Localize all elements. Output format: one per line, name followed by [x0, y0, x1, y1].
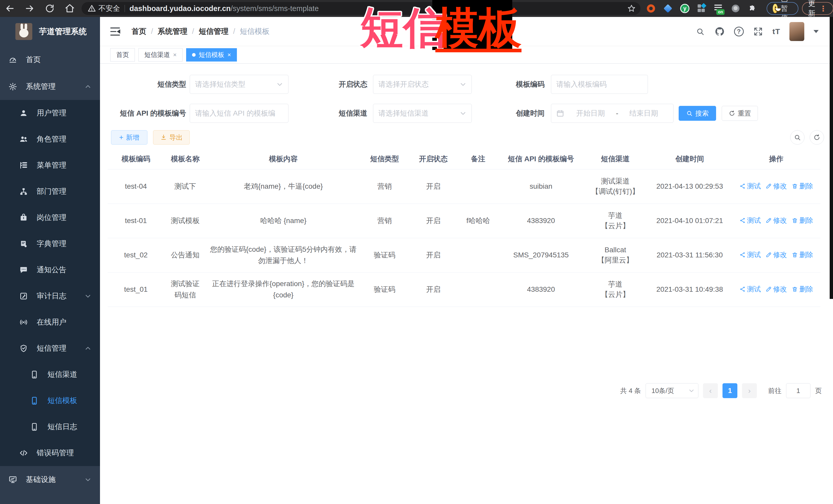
- extension-orange-ring-icon[interactable]: [646, 4, 656, 13]
- sidebar-item-errcode-mgmt[interactable]: 错误码管理: [0, 440, 100, 466]
- avatar-caret-icon[interactable]: [813, 30, 819, 33]
- cell-content: 老鸡{name}，牛逼{code}: [207, 169, 360, 203]
- browser-reload-button[interactable]: [45, 3, 55, 14]
- breadcrumb-separator: /: [192, 27, 194, 35]
- status-input[interactable]: [378, 80, 460, 89]
- shield-check-icon: [19, 344, 28, 353]
- api-template-id-input[interactable]: [195, 109, 283, 117]
- template-code-input[interactable]: [556, 80, 643, 89]
- current-page-button[interactable]: 1: [722, 383, 737, 398]
- sidebar-item-menu-mgmt[interactable]: 菜单管理: [0, 152, 100, 178]
- url-host: dashboard.yudao.iocoder.cn: [129, 4, 231, 13]
- api-template-id-field[interactable]: [190, 104, 288, 123]
- sidebar-item-system[interactable]: 系统管理: [0, 73, 100, 100]
- browser-back-button[interactable]: [5, 3, 15, 14]
- prev-page-button[interactable]: ‹: [703, 383, 718, 398]
- tab-sms-template[interactable]: 短信模板 ×: [186, 48, 237, 62]
- test-link[interactable]: 测试: [739, 181, 761, 192]
- extension-list-on-icon[interactable]: on: [714, 4, 723, 13]
- delete-link[interactable]: 删除: [792, 284, 813, 295]
- font-size-icon[interactable]: tT: [772, 27, 780, 36]
- extension-blue-gem-icon[interactable]: [663, 4, 673, 13]
- test-link[interactable]: 测试: [739, 249, 761, 261]
- browser-menu-icon[interactable]: ⋮: [819, 4, 827, 13]
- github-icon[interactable]: [715, 26, 725, 37]
- breadcrumb-sms[interactable]: 短信管理: [199, 26, 229, 37]
- close-icon[interactable]: ×: [228, 51, 231, 58]
- sms-type-select[interactable]: [190, 75, 288, 94]
- sidebar-item-post-mgmt[interactable]: 岗位管理: [0, 205, 100, 231]
- browser-forward-button[interactable]: [25, 3, 35, 14]
- sidebar-item-audit-log[interactable]: 审计日志: [0, 283, 100, 309]
- extension-green-y-icon[interactable]: y: [680, 4, 690, 13]
- channel-label: 短信渠道: [292, 104, 367, 123]
- scrollbar[interactable]: [830, 17, 833, 299]
- sidebar-item-user-mgmt[interactable]: 用户管理: [0, 100, 100, 126]
- delete-link[interactable]: 删除: [792, 215, 813, 226]
- breadcrumb-home[interactable]: 首页: [132, 26, 146, 37]
- fullscreen-icon[interactable]: [753, 26, 763, 37]
- page-size-select[interactable]: 10条/页: [646, 383, 698, 398]
- next-page-button[interactable]: ›: [742, 383, 757, 398]
- help-icon[interactable]: ?: [734, 27, 744, 37]
- avatar[interactable]: [789, 22, 804, 41]
- cell-code: test_01: [108, 272, 164, 307]
- phone-icon: [30, 370, 39, 379]
- sidebar-item-dict-mgmt[interactable]: 字典管理: [0, 231, 100, 257]
- close-icon[interactable]: ×: [173, 51, 177, 58]
- test-link[interactable]: 测试: [739, 215, 761, 226]
- profile-paused-chip[interactable]: 已暂停: [767, 2, 799, 15]
- toggle-search-button[interactable]: [790, 130, 805, 145]
- refresh-table-button[interactable]: [810, 130, 824, 145]
- header-search-icon[interactable]: [695, 26, 705, 37]
- edit-link[interactable]: 修改: [766, 284, 787, 295]
- sidebar-item-online-users[interactable]: 在线用户: [0, 309, 100, 335]
- cell-name: 测试模板: [164, 203, 207, 238]
- sidebar-item-infra[interactable]: 基础设施: [0, 466, 100, 493]
- start-date-placeholder[interactable]: 开始日期: [566, 109, 615, 118]
- template-code-field[interactable]: [551, 75, 648, 94]
- goto-page-input[interactable]: [786, 383, 810, 398]
- cell-remark: f哈哈哈: [458, 203, 499, 238]
- delete-link[interactable]: 删除: [792, 249, 813, 261]
- date-range-picker[interactable]: 开始日期 - 结束日期: [551, 104, 673, 123]
- sidebar-item-role-mgmt[interactable]: 角色管理: [0, 126, 100, 152]
- tab-sms-channel[interactable]: 短信渠道 ×: [139, 48, 183, 62]
- sidebar-logo[interactable]: 芋道管理系统: [0, 17, 100, 46]
- extension-figure-icon[interactable]: [731, 4, 740, 13]
- sidebar-collapse-icon[interactable]: [110, 27, 120, 36]
- edit-link[interactable]: 修改: [766, 215, 787, 226]
- channel-select[interactable]: [373, 104, 472, 123]
- add-button[interactable]: + 新增: [111, 130, 147, 145]
- search-button[interactable]: 搜索: [679, 106, 716, 121]
- sidebar-item-sms-template[interactable]: 短信模板: [0, 388, 100, 414]
- browser-update-button[interactable]: 更新 ⋮: [802, 2, 833, 15]
- bookmark-star-icon[interactable]: [627, 4, 636, 13]
- edit-link[interactable]: 修改: [766, 249, 787, 261]
- sidebar-item-home[interactable]: 首页: [0, 46, 100, 73]
- delete-link[interactable]: 删除: [792, 181, 813, 192]
- sidebar: 芋道管理系统 首页 系统管理 用户管理: [0, 17, 100, 504]
- sidebar-item-notice[interactable]: 通知公告: [0, 257, 100, 283]
- extension-grid-diamond-icon[interactable]: [697, 4, 707, 13]
- reset-button[interactable]: 重置: [722, 106, 758, 121]
- sidebar-item-label: 基础设施: [26, 475, 56, 485]
- sms-type-input[interactable]: [195, 80, 277, 89]
- not-secure-warning-icon[interactable]: [88, 4, 96, 13]
- channel-input[interactable]: [378, 109, 460, 117]
- export-button[interactable]: 导出: [153, 130, 190, 145]
- sidebar-item-sms-log[interactable]: 短信日志: [0, 414, 100, 440]
- status-select[interactable]: [373, 75, 472, 94]
- breadcrumb-system[interactable]: 系统管理: [158, 26, 187, 37]
- test-link[interactable]: 测试: [739, 284, 761, 295]
- edit-link[interactable]: 修改: [766, 181, 787, 192]
- browser-home-button[interactable]: [65, 3, 75, 14]
- sidebar-item-sms-channel[interactable]: 短信渠道: [0, 361, 100, 388]
- tab-home[interactable]: 首页: [110, 48, 135, 62]
- end-date-placeholder[interactable]: 结束日期: [619, 109, 668, 118]
- sidebar-item-dept-mgmt[interactable]: 部门管理: [0, 178, 100, 205]
- annotation-text-red: 模板: [435, 7, 522, 52]
- sidebar-item-sms-mgmt[interactable]: 短信管理: [0, 335, 100, 361]
- extensions-puzzle-icon[interactable]: [747, 4, 757, 13]
- sidebar-item-label: 菜单管理: [37, 160, 66, 170]
